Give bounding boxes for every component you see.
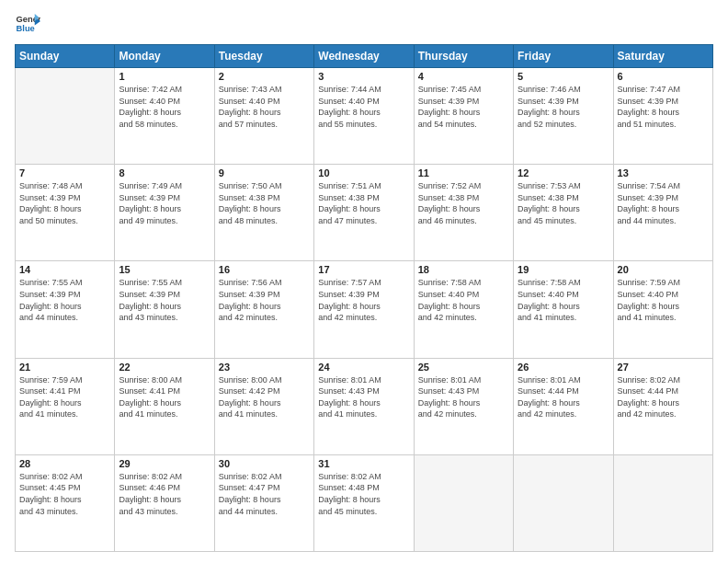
cell-0-6: 6Sunrise: 7:47 AM Sunset: 4:39 PM Daylig… (613, 68, 712, 165)
cell-4-4 (414, 454, 513, 551)
cell-1-4: 11Sunrise: 7:52 AM Sunset: 4:38 PM Dayli… (414, 165, 513, 261)
cell-text: Sunrise: 7:59 AM Sunset: 4:40 PM Dayligh… (618, 277, 709, 323)
week-row-2: 14Sunrise: 7:55 AM Sunset: 4:39 PM Dayli… (16, 261, 713, 358)
day-number: 29 (119, 458, 210, 469)
day-number: 7 (19, 167, 110, 178)
cell-text: Sunrise: 8:02 AM Sunset: 4:44 PM Dayligh… (618, 374, 709, 420)
logo: General Blue (15, 11, 42, 37)
cell-text: Sunrise: 7:51 AM Sunset: 4:38 PM Dayligh… (318, 180, 409, 226)
header-row: SundayMondayTuesdayWednesdayThursdayFrid… (16, 45, 713, 68)
cell-text: Sunrise: 7:56 AM Sunset: 4:39 PM Dayligh… (219, 277, 310, 323)
day-header-monday: Monday (115, 45, 214, 68)
cell-1-2: 9Sunrise: 7:50 AM Sunset: 4:38 PM Daylig… (214, 165, 313, 261)
day-number: 31 (318, 458, 409, 469)
day-number: 26 (518, 362, 609, 373)
day-number: 28 (19, 458, 110, 469)
cell-2-2: 16Sunrise: 7:56 AM Sunset: 4:39 PM Dayli… (214, 261, 313, 358)
cell-text: Sunrise: 7:50 AM Sunset: 4:38 PM Dayligh… (219, 180, 310, 226)
cell-text: Sunrise: 8:01 AM Sunset: 4:44 PM Dayligh… (518, 374, 609, 420)
cell-text: Sunrise: 7:59 AM Sunset: 4:41 PM Dayligh… (19, 374, 110, 420)
cell-text: Sunrise: 8:00 AM Sunset: 4:42 PM Dayligh… (219, 374, 310, 420)
cell-text: Sunrise: 7:42 AM Sunset: 4:40 PM Dayligh… (119, 84, 210, 130)
day-number: 6 (618, 71, 709, 82)
day-number: 24 (318, 362, 409, 373)
cell-0-5: 5Sunrise: 7:46 AM Sunset: 4:39 PM Daylig… (514, 68, 613, 165)
cell-1-3: 10Sunrise: 7:51 AM Sunset: 4:38 PM Dayli… (314, 165, 414, 261)
day-number: 3 (318, 71, 409, 82)
day-number: 27 (618, 362, 709, 373)
cell-text: Sunrise: 7:58 AM Sunset: 4:40 PM Dayligh… (418, 277, 509, 323)
cell-3-4: 25Sunrise: 8:01 AM Sunset: 4:43 PM Dayli… (414, 358, 513, 454)
cell-4-0: 28Sunrise: 8:02 AM Sunset: 4:45 PM Dayli… (16, 454, 115, 551)
cell-1-0: 7Sunrise: 7:48 AM Sunset: 4:39 PM Daylig… (16, 165, 115, 261)
cell-4-6 (613, 454, 712, 551)
day-header-friday: Friday (514, 45, 613, 68)
cell-2-5: 19Sunrise: 7:58 AM Sunset: 4:40 PM Dayli… (514, 261, 613, 358)
cell-text: Sunrise: 7:48 AM Sunset: 4:39 PM Dayligh… (19, 180, 110, 226)
cell-text: Sunrise: 7:44 AM Sunset: 4:40 PM Dayligh… (318, 84, 409, 130)
day-number: 13 (618, 167, 709, 178)
cell-3-5: 26Sunrise: 8:01 AM Sunset: 4:44 PM Dayli… (514, 358, 613, 454)
cell-2-6: 20Sunrise: 7:59 AM Sunset: 4:40 PM Dayli… (613, 261, 712, 358)
cell-text: Sunrise: 7:57 AM Sunset: 4:39 PM Dayligh… (318, 277, 409, 323)
cell-text: Sunrise: 7:46 AM Sunset: 4:39 PM Dayligh… (518, 84, 609, 130)
day-header-sunday: Sunday (16, 45, 115, 68)
day-number: 12 (518, 167, 609, 178)
day-header-tuesday: Tuesday (214, 45, 313, 68)
week-row-4: 28Sunrise: 8:02 AM Sunset: 4:45 PM Dayli… (16, 454, 713, 551)
day-number: 9 (219, 167, 310, 178)
cell-2-0: 14Sunrise: 7:55 AM Sunset: 4:39 PM Dayli… (16, 261, 115, 358)
cell-text: Sunrise: 7:43 AM Sunset: 4:40 PM Dayligh… (219, 84, 310, 130)
cell-4-3: 31Sunrise: 8:02 AM Sunset: 4:48 PM Dayli… (314, 454, 414, 551)
day-header-saturday: Saturday (613, 45, 712, 68)
day-number: 8 (119, 167, 210, 178)
week-row-3: 21Sunrise: 7:59 AM Sunset: 4:41 PM Dayli… (16, 358, 713, 454)
cell-text: Sunrise: 7:53 AM Sunset: 4:38 PM Dayligh… (518, 180, 609, 226)
cell-0-1: 1Sunrise: 7:42 AM Sunset: 4:40 PM Daylig… (115, 68, 214, 165)
cell-text: Sunrise: 7:55 AM Sunset: 4:39 PM Dayligh… (19, 277, 110, 323)
cell-text: Sunrise: 8:02 AM Sunset: 4:47 PM Dayligh… (219, 471, 310, 517)
cell-3-2: 23Sunrise: 8:00 AM Sunset: 4:42 PM Dayli… (214, 358, 313, 454)
cell-text: Sunrise: 7:55 AM Sunset: 4:39 PM Dayligh… (119, 277, 210, 323)
cell-text: Sunrise: 7:45 AM Sunset: 4:39 PM Dayligh… (418, 84, 509, 130)
cell-1-6: 13Sunrise: 7:54 AM Sunset: 4:39 PM Dayli… (613, 165, 712, 261)
cell-text: Sunrise: 8:01 AM Sunset: 4:43 PM Dayligh… (418, 374, 509, 420)
day-number: 19 (518, 264, 609, 275)
cell-4-1: 29Sunrise: 8:02 AM Sunset: 4:46 PM Dayli… (115, 454, 214, 551)
cell-text: Sunrise: 7:47 AM Sunset: 4:39 PM Dayligh… (618, 84, 709, 130)
day-number: 18 (418, 264, 509, 275)
cell-4-5 (514, 454, 613, 551)
cell-1-5: 12Sunrise: 7:53 AM Sunset: 4:38 PM Dayli… (514, 165, 613, 261)
day-header-thursday: Thursday (414, 45, 513, 68)
day-number: 14 (19, 264, 110, 275)
day-number: 1 (119, 71, 210, 82)
cell-2-4: 18Sunrise: 7:58 AM Sunset: 4:40 PM Dayli… (414, 261, 513, 358)
day-number: 15 (119, 264, 210, 275)
week-row-0: 1Sunrise: 7:42 AM Sunset: 4:40 PM Daylig… (16, 68, 713, 165)
day-number: 4 (418, 71, 509, 82)
calendar-table: SundayMondayTuesdayWednesdayThursdayFrid… (15, 44, 713, 552)
day-number: 23 (219, 362, 310, 373)
day-number: 2 (219, 71, 310, 82)
cell-3-3: 24Sunrise: 8:01 AM Sunset: 4:43 PM Dayli… (314, 358, 414, 454)
cell-0-0 (16, 68, 115, 165)
cell-text: Sunrise: 7:52 AM Sunset: 4:38 PM Dayligh… (418, 180, 509, 226)
cell-3-0: 21Sunrise: 7:59 AM Sunset: 4:41 PM Dayli… (16, 358, 115, 454)
logo-icon: General Blue (15, 11, 40, 37)
day-number: 16 (219, 264, 310, 275)
cell-text: Sunrise: 7:54 AM Sunset: 4:39 PM Dayligh… (618, 180, 709, 226)
cell-text: Sunrise: 8:02 AM Sunset: 4:45 PM Dayligh… (19, 471, 110, 517)
day-number: 17 (318, 264, 409, 275)
cell-text: Sunrise: 7:58 AM Sunset: 4:40 PM Dayligh… (518, 277, 609, 323)
cell-4-2: 30Sunrise: 8:02 AM Sunset: 4:47 PM Dayli… (214, 454, 313, 551)
cell-0-4: 4Sunrise: 7:45 AM Sunset: 4:39 PM Daylig… (414, 68, 513, 165)
cell-text: Sunrise: 8:02 AM Sunset: 4:48 PM Dayligh… (318, 471, 409, 517)
cell-2-1: 15Sunrise: 7:55 AM Sunset: 4:39 PM Dayli… (115, 261, 214, 358)
cell-3-6: 27Sunrise: 8:02 AM Sunset: 4:44 PM Dayli… (613, 358, 712, 454)
week-row-1: 7Sunrise: 7:48 AM Sunset: 4:39 PM Daylig… (16, 165, 713, 261)
cell-1-1: 8Sunrise: 7:49 AM Sunset: 4:39 PM Daylig… (115, 165, 214, 261)
day-number: 20 (618, 264, 709, 275)
cell-text: Sunrise: 7:49 AM Sunset: 4:39 PM Dayligh… (119, 180, 210, 226)
cell-0-2: 2Sunrise: 7:43 AM Sunset: 4:40 PM Daylig… (214, 68, 313, 165)
day-number: 22 (119, 362, 210, 373)
